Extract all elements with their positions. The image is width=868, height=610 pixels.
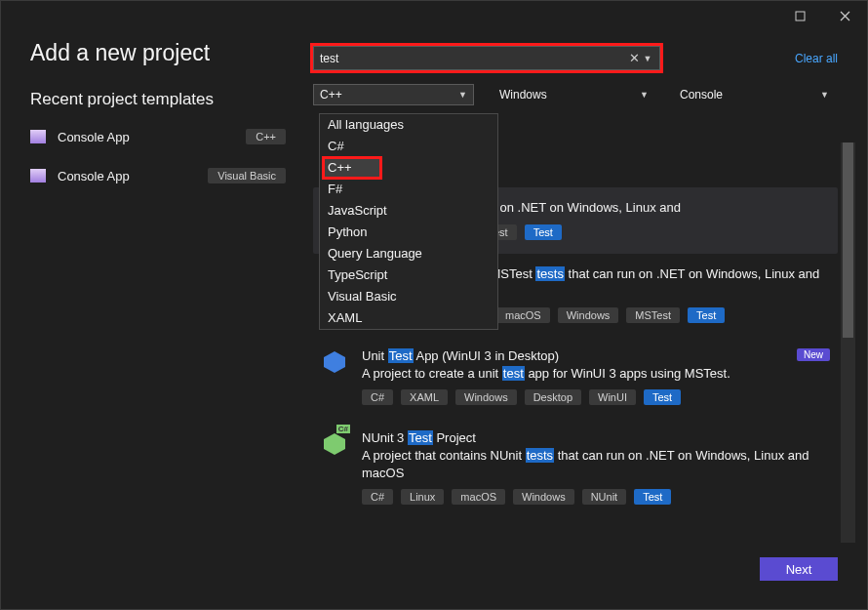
results-scrollbar[interactable] — [841, 142, 855, 543]
template-tag: XAML — [401, 389, 448, 405]
template-tag: WinUI — [589, 389, 636, 405]
search-box[interactable]: ✕ ▼ — [313, 46, 660, 70]
language-option[interactable]: F# — [320, 179, 497, 200]
template-tag: macOS — [452, 489, 505, 505]
template-tag: Windows — [513, 489, 574, 505]
language-tag: C++ — [246, 129, 286, 144]
language-option[interactable]: Visual Basic — [320, 286, 497, 307]
search-row: ✕ ▼ Clear all — [313, 46, 838, 70]
language-dropdown: All languagesC#C++F#JavaScriptPythonQuer… — [319, 113, 498, 330]
language-option[interactable]: Python — [320, 222, 497, 243]
clear-all-link[interactable]: Clear all — [795, 52, 838, 65]
window-restore-button[interactable] — [777, 1, 822, 30]
template-icon — [30, 169, 46, 183]
template-tag: Windows — [455, 389, 517, 405]
page-title: Add a new project — [30, 40, 313, 66]
footer: Next — [1, 548, 867, 590]
search-dropdown-icon[interactable]: ▼ — [642, 54, 653, 63]
scrollbar-thumb[interactable] — [843, 142, 853, 338]
template-icon — [30, 130, 46, 143]
template-body: Unit Test App (WinUI 3 in Desktop) A pro… — [362, 348, 783, 406]
window-close-button[interactable] — [822, 1, 867, 30]
language-tag: Visual Basic — [208, 168, 286, 183]
template-tag: Test — [644, 389, 681, 405]
template-tag: macOS — [496, 307, 550, 323]
template-tag: C# — [362, 489, 393, 505]
template-tag: MSTest — [626, 307, 680, 323]
template-item[interactable]: Unit Test App (WinUI 3 in Desktop) A pro… — [313, 337, 838, 420]
chevron-down-icon: ▼ — [820, 90, 829, 100]
template-tag: C# — [362, 389, 393, 405]
recent-template-name: Console App — [58, 169, 196, 183]
language-filter-label: C++ — [320, 88, 342, 102]
template-tag: Test — [634, 489, 671, 505]
chevron-down-icon: ▼ — [458, 90, 467, 100]
clear-search-icon[interactable]: ✕ — [626, 51, 642, 65]
language-option[interactable]: C# — [320, 136, 497, 157]
filter-row: C++ ▼ Windows ▼ Console ▼ — [313, 84, 838, 105]
left-column: Add a new project Recent project templat… — [30, 40, 313, 538]
language-option[interactable]: C++ — [324, 158, 380, 178]
language-option[interactable]: TypeScript — [320, 264, 497, 286]
platform-filter-label: Windows — [499, 88, 547, 102]
template-body: NUnit 3 Test Project A project that cont… — [362, 430, 830, 505]
project-type-filter-label: Console — [680, 88, 723, 102]
language-option[interactable]: XAML — [320, 307, 497, 329]
recent-templates-header: Recent project templates — [30, 90, 313, 109]
template-description: A project that contains NUnit tests that… — [362, 447, 830, 481]
titlebar — [1, 1, 867, 30]
chevron-down-icon: ▼ — [640, 90, 649, 100]
language-option[interactable]: All languages — [320, 114, 497, 136]
template-description: A project to create a unit test app for … — [362, 365, 783, 383]
svg-marker-4 — [324, 433, 345, 455]
search-input[interactable] — [320, 52, 626, 65]
template-tag: Linux — [401, 489, 444, 505]
new-badge: New — [797, 348, 830, 361]
recent-template-item[interactable]: Console App C++ — [30, 129, 313, 144]
template-icon — [321, 348, 348, 376]
template-title: NUnit 3 Test Project — [362, 430, 830, 445]
project-type-filter[interactable]: Console ▼ — [674, 84, 835, 105]
template-tag: Test — [525, 224, 562, 240]
template-tag: Windows — [558, 307, 619, 323]
template-tags: C#XAMLWindowsDesktopWinUITest — [362, 389, 783, 405]
svg-rect-0 — [796, 12, 805, 20]
template-tag: Test — [688, 307, 725, 323]
template-tag: Desktop — [525, 389, 581, 405]
template-title: Unit Test App (WinUI 3 in Desktop) — [362, 348, 783, 363]
language-filter[interactable]: C++ ▼ — [313, 84, 474, 105]
template-icon: C# — [321, 430, 348, 458]
language-option[interactable]: JavaScript — [320, 200, 497, 222]
recent-template-name: Console App — [58, 130, 234, 144]
template-tags: C#LinuxmacOSWindowsNUnitTest — [362, 489, 830, 505]
language-option[interactable]: Query Language — [320, 243, 497, 264]
svg-marker-3 — [324, 351, 345, 373]
template-tag: NUnit — [582, 489, 627, 505]
next-button[interactable]: Next — [760, 557, 838, 581]
template-item[interactable]: C# NUnit 3 Test Project A project that c… — [313, 419, 838, 518]
recent-template-item[interactable]: Console App Visual Basic — [30, 168, 313, 183]
platform-filter[interactable]: Windows ▼ — [493, 84, 654, 105]
